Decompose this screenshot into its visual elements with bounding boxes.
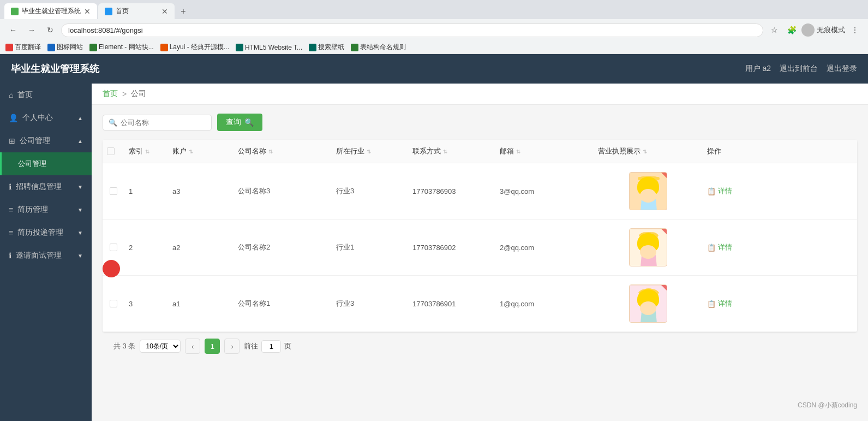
address-bar[interactable] <box>61 23 763 37</box>
row1-detail-button[interactable]: 📋 详情 <box>707 186 732 196</box>
svg-point-26 <box>651 302 653 305</box>
back-to-front-button[interactable]: 退出到前台 <box>780 64 818 74</box>
sidebar-item-resume-submit[interactable]: ≡ 简历投递管理 ▼ <box>0 221 92 244</box>
search-input-wrapper: 🔍 <box>103 115 212 131</box>
row3-checkbox[interactable] <box>110 300 117 307</box>
row3-detail-button[interactable]: 📋 详情 <box>707 299 732 309</box>
back-button[interactable]: ← <box>5 22 21 38</box>
star-icon[interactable]: ☆ <box>767 22 782 38</box>
menu-icon[interactable]: ⋮ <box>847 22 863 38</box>
recruit-icon: ℹ <box>9 182 11 191</box>
bookmark-element[interactable]: Element - 网站快... <box>89 43 154 52</box>
current-page-num[interactable]: 1 <box>205 339 220 354</box>
sort-license-icon[interactable]: ⇅ <box>643 149 647 155</box>
chevron-down-icon-recruit: ▼ <box>77 184 83 190</box>
sort-account-icon[interactable]: ⇅ <box>189 149 193 155</box>
toolbar-actions: ☆ 🧩 无痕模式 ⋮ <box>767 22 863 38</box>
bookmark-icon-site[interactable]: 图标网站 <box>47 43 83 52</box>
close-tab-1[interactable]: ✕ <box>84 7 91 16</box>
close-tab-2[interactable]: ✕ <box>161 7 168 16</box>
sort-index-icon[interactable]: ⇅ <box>145 149 149 155</box>
forward-button[interactable]: → <box>24 22 39 38</box>
page-total: 共 3 条 <box>113 341 135 351</box>
svg-point-22 <box>641 298 656 313</box>
chevron-down-icon-interview: ▼ <box>77 253 83 259</box>
tab-2[interactable]: 首页 ✕ <box>98 3 175 19</box>
row3-email: 1@qq.com <box>495 291 594 317</box>
browser-tabs: 毕业生就业管理系统 ✕ 首页 ✕ + <box>0 0 868 19</box>
sidebar-company-submenu: 公司管理 <box>0 152 92 175</box>
row2-checkbox-cell <box>103 235 124 260</box>
col-action: 操作 <box>703 140 768 163</box>
search-bar: 🔍 查询 🔍 <box>103 114 857 131</box>
sort-company-icon[interactable]: ⇅ <box>268 149 273 155</box>
sidebar-item-company-mgmt[interactable]: ⊞ 公司管理 ▲ <box>0 129 92 152</box>
row1-checkbox[interactable] <box>110 187 117 195</box>
row2-contact: 17703786902 <box>408 235 495 260</box>
new-tab-button[interactable]: + <box>176 4 191 19</box>
sidebar-personal-label: 个人中心 <box>22 113 77 123</box>
sidebar-home-label: 首页 <box>17 90 83 100</box>
personal-icon: 👤 <box>9 114 18 122</box>
row1-company-name: 公司名称3 <box>234 177 332 205</box>
next-page-button[interactable]: › <box>224 339 240 354</box>
breadcrumb-home[interactable]: 首页 <box>103 89 118 99</box>
chevron-down-icon-resume-submit: ▼ <box>77 230 83 236</box>
bookmark-icon-2 <box>47 44 55 51</box>
sort-contact-icon[interactable]: ⇅ <box>443 149 447 155</box>
bookmark-baidu-translate[interactable]: 百度翻译 <box>5 43 41 52</box>
bookmark-wallpaper[interactable]: 搜索壁纸 <box>309 43 344 52</box>
svg-point-16 <box>644 246 646 248</box>
user-avatar <box>801 23 815 37</box>
prev-page-button[interactable]: ‹ <box>185 339 200 354</box>
sidebar-item-interview[interactable]: ℹ 邀请面试管理 ▼ <box>0 244 92 267</box>
col-license: 营业执照展示 ⇅ <box>594 140 703 163</box>
row2-email: 2@qq.com <box>495 235 594 260</box>
sidebar-item-recruit[interactable]: ℹ 招聘信息管理 ▼ <box>0 175 92 198</box>
bookmark-layui[interactable]: Layui - 经典开源模... <box>160 43 229 52</box>
chevron-up-icon-company: ▲ <box>77 138 83 144</box>
svg-point-14 <box>643 245 647 251</box>
sidebar-item-home[interactable]: ⌂ 首页 <box>0 84 92 106</box>
sidebar-resume-submit-label: 简历投递管理 <box>17 228 77 238</box>
user-label: 用户 a2 <box>745 64 771 74</box>
extensions-icon[interactable]: 🧩 <box>784 22 799 38</box>
col-contact: 联系方式 ⇅ <box>408 140 495 163</box>
tab-title-1: 毕业生就业管理系统 <box>22 7 81 16</box>
tab-active[interactable]: 毕业生就业管理系统 ✕ <box>4 3 97 19</box>
sidebar-item-resume[interactable]: ≡ 简历管理 ▼ <box>0 198 92 221</box>
row2-checkbox[interactable] <box>110 244 117 251</box>
select-all-checkbox[interactable] <box>107 147 115 155</box>
row1-account: a3 <box>168 179 234 204</box>
bookmark-icon-4 <box>160 44 168 51</box>
page-label: 页 <box>284 341 291 351</box>
search-input[interactable] <box>121 118 206 127</box>
sort-email-icon[interactable]: ⇅ <box>516 149 520 155</box>
logout-button[interactable]: 退出登录 <box>827 64 857 74</box>
favicon-2 <box>105 8 112 15</box>
content-area: 🔍 查询 🔍 <box>92 105 868 369</box>
col-account: 账户 ⇅ <box>168 140 234 163</box>
svg-point-24 <box>650 301 655 307</box>
page-size-select[interactable]: 10条/页 20条/页 50条/页 <box>140 340 181 353</box>
goto-input[interactable] <box>261 340 281 353</box>
sort-industry-icon[interactable]: ⇅ <box>367 149 371 155</box>
sidebar-item-personal[interactable]: 👤 个人中心 ▲ <box>0 106 92 129</box>
detail-icon-1: 📋 <box>707 187 716 195</box>
svg-point-23 <box>643 301 647 307</box>
bookmark-table-naming[interactable]: 表结构命名规则 <box>351 43 406 52</box>
row2-detail-button[interactable]: 📋 详情 <box>707 242 732 252</box>
sidebar-company-label: 公司管理 <box>18 159 83 169</box>
bookmark-html5[interactable]: HTML5 Website T... <box>236 44 302 51</box>
table-row: 1 a3 公司名称3 行业3 17703786903 3@qq.com <box>103 163 857 220</box>
app-title: 毕业生就业管理系统 <box>11 62 99 75</box>
row3-license-cell <box>594 276 703 331</box>
col-license-label: 营业执照展示 <box>598 146 640 156</box>
row1-action-cell: 📋 详情 <box>703 177 768 205</box>
search-button[interactable]: 查询 🔍 <box>217 114 262 131</box>
reload-button[interactable]: ↻ <box>43 22 58 38</box>
row2-detail-label: 详情 <box>718 242 732 252</box>
sidebar-item-company[interactable]: 公司管理 <box>0 152 92 175</box>
table-row: 3 a1 公司名称1 行业3 17703786901 1@qq.com <box>103 276 857 332</box>
row1-contact: 17703786903 <box>408 179 495 204</box>
